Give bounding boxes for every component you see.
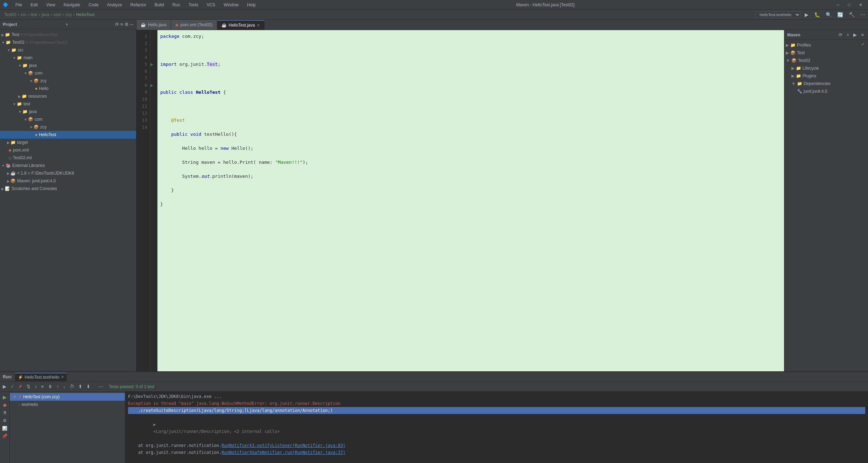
tree-item-pom[interactable]: ◈ pom.xml xyxy=(0,146,136,154)
run-tab-hellotest[interactable]: ⚡ HelloTest.testHello ✕ xyxy=(15,373,66,381)
tree-item-external-libs[interactable]: ▼ 📚 External Libraries xyxy=(0,162,136,169)
tree-item-resources[interactable]: ▶ 📁 resources xyxy=(0,92,136,100)
tree-item-java-main[interactable]: ▼ 📁 java xyxy=(0,62,136,69)
project-sync-icon[interactable]: ⟳ xyxy=(115,22,119,27)
build-button[interactable]: 🔨 xyxy=(847,11,856,18)
tree-item-zcy-main[interactable]: ▼ 📦 zcy xyxy=(0,77,136,85)
clock-btn[interactable]: ⏱ xyxy=(68,383,76,390)
pin-icon[interactable]: 📌 xyxy=(2,434,7,439)
maven-arrow-plugins[interactable]: ▶ xyxy=(791,73,795,78)
tree-item-hello[interactable]: ● Hello xyxy=(0,85,136,92)
filter-btn[interactable]: ≡ xyxy=(40,383,45,390)
code-editor[interactable]: package com.zcy; import org.junit.Test; … xyxy=(157,30,784,371)
run-passed-btn[interactable]: ✓ xyxy=(9,383,16,390)
link-safenotifier[interactable]: RunNotifier$SafeNotifier.run(RunNotifier… xyxy=(221,450,345,455)
menu-view[interactable]: View xyxy=(45,2,57,8)
maven-run-btn[interactable]: ▶ xyxy=(852,31,858,38)
tree-item-scratches[interactable]: ▶ 📝 Scratches and Consoles xyxy=(0,185,136,192)
tree-item-jdk[interactable]: ▶ ☕ < 1.8 > F:\DevTools\JDK\JDK8 xyxy=(0,169,136,177)
breadcrumb-item-src[interactable]: src xyxy=(21,12,26,17)
maven-item-plugins[interactable]: ▶ 📁 Plugins xyxy=(784,72,868,80)
project-minimize-icon[interactable]: ─ xyxy=(130,22,133,27)
tree-item-hellotest[interactable]: ● HelloTest xyxy=(0,131,136,139)
expand-arrow-java-test[interactable]: ▼ xyxy=(18,110,22,114)
test-item-hellotest-group[interactable]: ▼ ✗ HelloTest (com.zcy) xyxy=(10,393,125,401)
minimize-btn[interactable]: ─ xyxy=(834,2,842,7)
menu-code[interactable]: Code xyxy=(87,2,100,8)
expand-arrow-java-main[interactable]: ▼ xyxy=(18,64,22,68)
maven-add-btn[interactable]: + xyxy=(845,31,851,38)
maven-item-dependencies[interactable]: ▼ 📁 Dependencies xyxy=(784,80,868,87)
maven-refresh-btn[interactable]: ⟳ xyxy=(837,31,844,38)
test-item-testhello[interactable]: ○ testHello xyxy=(10,401,125,408)
menu-window[interactable]: Window xyxy=(222,2,240,8)
run-with-coverage-button[interactable]: 🔍 xyxy=(824,11,833,18)
tab-hellotest-java[interactable]: ☕ HelloTest.java ✕ xyxy=(217,20,265,30)
export-btn[interactable]: ⬆ xyxy=(77,383,84,390)
expand-arrow-test[interactable]: ▶ xyxy=(1,33,4,37)
tree-item-com-test[interactable]: ▼ 📦 com xyxy=(0,115,136,123)
tree-item-iml[interactable]: ◇ Test02.iml xyxy=(0,154,136,162)
breadcrumb-item-java[interactable]: java xyxy=(42,12,49,17)
run-failed-btn[interactable]: ✗ xyxy=(17,383,24,390)
analyze-run-icon[interactable]: 📊 xyxy=(2,426,7,431)
expand-arrow-zcy-test[interactable]: ▼ xyxy=(29,125,33,129)
expand-arrow-src[interactable]: ▼ xyxy=(7,48,10,52)
menu-edit[interactable]: Edit xyxy=(29,2,39,8)
gutter-8-run[interactable]: ▶ xyxy=(150,82,157,89)
menu-navigate[interactable]: Navigate xyxy=(62,2,82,8)
maven-arrow-profiles[interactable]: ▶ xyxy=(786,43,789,48)
test-icon[interactable]: ⚗ xyxy=(3,411,7,415)
menu-run[interactable]: Run xyxy=(171,2,182,8)
pause-btn[interactable]: ⏸ xyxy=(47,383,54,390)
maven-item-junit[interactable]: 🔧 junit:junit:4.0 xyxy=(784,87,868,95)
expand-arrow-com-test[interactable]: ▼ xyxy=(24,118,27,121)
tree-item-java-test[interactable]: ▼ 📁 java xyxy=(0,108,136,115)
maven-arrow-dependencies[interactable]: ▼ xyxy=(791,81,796,86)
link-runnotifier3[interactable]: RunNotifier$3.notifyListener(RunNotifier… xyxy=(221,443,345,448)
maven-arrow-test02[interactable]: ▼ xyxy=(786,58,790,63)
maven-item-lifecycle[interactable]: ▶ 📁 Lifecycle xyxy=(784,64,868,72)
expand-arrow-zcy-main[interactable]: ▼ xyxy=(29,79,33,83)
run-button[interactable]: ▶ xyxy=(803,11,810,18)
menu-tools[interactable]: Tools xyxy=(187,2,200,8)
settings-run-icon[interactable]: ⚙ xyxy=(3,418,7,423)
tab-hello-java[interactable]: ☕ Hello.java xyxy=(136,20,171,30)
expand-arrow-test-folder[interactable]: ▼ xyxy=(13,102,16,106)
import-btn[interactable]: ⬇ xyxy=(85,383,92,390)
tab-close-hellotest[interactable]: ✕ xyxy=(257,23,260,28)
expand-arrow-test02[interactable]: ▼ xyxy=(1,41,5,44)
expand-arrow-external-libs[interactable]: ▼ xyxy=(1,164,5,168)
breadcrumb-item-com[interactable]: com xyxy=(54,12,62,17)
debug-button[interactable]: 🐛 xyxy=(813,11,821,18)
stop-icon[interactable]: ⏹ xyxy=(3,403,7,408)
down-btn[interactable]: ↓ xyxy=(62,383,67,390)
tree-item-test02[interactable]: ▼ 📁 Test02 F:\Project\Maven\Test02 xyxy=(0,38,136,46)
tree-item-src[interactable]: ▼ 📁 src xyxy=(0,46,136,54)
expand-test-group[interactable]: ▼ xyxy=(13,394,17,399)
maven-item-test[interactable]: ▶ 📦 Test xyxy=(784,49,868,57)
run-tab-close[interactable]: ✕ xyxy=(61,375,64,379)
maximize-btn[interactable]: □ xyxy=(845,2,853,7)
tab-pom-xml[interactable]: ◈ pom.xml (Test02) xyxy=(171,20,217,30)
tree-item-test-folder[interactable]: ▼ 📁 test xyxy=(0,100,136,108)
breadcrumb-item-zcy[interactable]: zcy xyxy=(65,12,72,17)
expand-arrow-jdk[interactable]: ▶ xyxy=(7,171,10,175)
tree-item-zcy-test[interactable]: ▼ 📦 zcy xyxy=(0,123,136,131)
run-again-btn[interactable]: ▶ xyxy=(1,383,8,390)
sync-button[interactable]: 🔄 xyxy=(836,11,845,18)
breadcrumb-item-test[interactable]: test xyxy=(30,12,37,17)
project-collapse-icon[interactable]: ≡ xyxy=(120,22,123,27)
project-panel-dropdown[interactable]: ▾ xyxy=(66,22,68,27)
run-config-selector[interactable]: HelloTest.testHello xyxy=(755,11,800,18)
close-btn[interactable]: ✕ xyxy=(856,2,865,7)
project-settings-icon[interactable]: ⚙ xyxy=(125,22,129,27)
expand-arrow-resources[interactable]: ▶ xyxy=(18,94,21,98)
more-run-btn[interactable]: ⋯ xyxy=(97,383,105,390)
maven-more-btn[interactable]: ≡ xyxy=(860,31,865,38)
fold-icon[interactable]: ▶ xyxy=(153,422,156,427)
gutter-5-run[interactable]: ▶ xyxy=(150,61,157,68)
more-actions-button[interactable]: ⋯ xyxy=(859,11,867,18)
expand-arrow-scratches[interactable]: ▶ xyxy=(1,187,4,191)
expand-arrow-main[interactable]: ▼ xyxy=(13,56,16,60)
